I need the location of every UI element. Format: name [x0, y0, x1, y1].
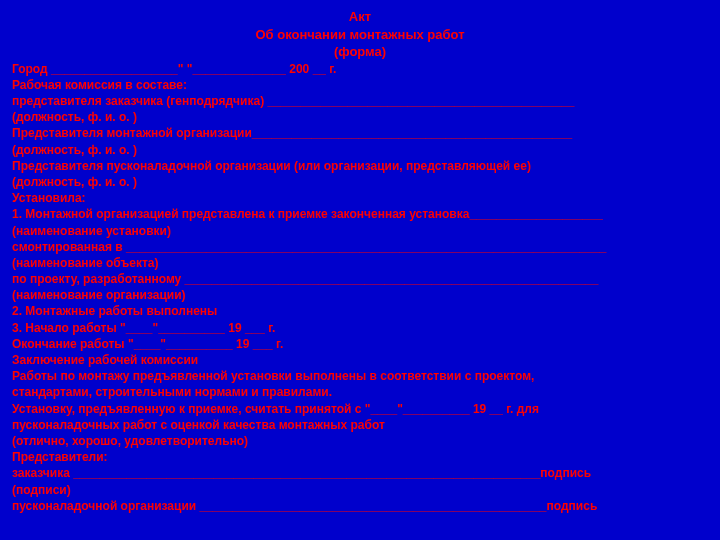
line-commission: Рабочая комиссия в составе:	[12, 77, 708, 93]
line-conclusion-head: Заключение рабочей комиссии	[12, 352, 708, 368]
line-position-3: (должность, ф. и. о. )	[12, 174, 708, 190]
line-quality: пусконаладочных работ с оценкой качества…	[12, 417, 708, 433]
title-line-1: Акт	[12, 8, 708, 26]
line-position-2: (должность, ф. и. о. )	[12, 142, 708, 158]
line-by-project: по проекту, разработанному _____________…	[12, 271, 708, 287]
line-commissioning-sign: пусконаладочной организации ____________…	[12, 498, 708, 514]
line-accepted: Установку, предъявленную к приемке, счит…	[12, 401, 708, 417]
line-conclusion-1: Работы по монтажу предъявленной установк…	[12, 368, 708, 384]
line-mounted-in: смонтированная в _______________________…	[12, 239, 708, 255]
line-reps-head: Представители:	[12, 449, 708, 465]
line-installation-name: (наименование установки)	[12, 223, 708, 239]
line-conclusion-2: стандартами, строительными нормами и пра…	[12, 384, 708, 400]
line-established: Установила:	[12, 190, 708, 206]
line-position-1: (должность, ф. и. о. )	[12, 109, 708, 125]
line-object-name: (наименование объекта)	[12, 255, 708, 271]
line-end-work: Окончание работы "____"__________ 19 ___…	[12, 336, 708, 352]
title-line-2: Об окончании монтажных работ	[12, 26, 708, 44]
line-city-date: Город ___________________" "____________…	[12, 61, 708, 77]
line-customer-rep: представителя заказчика (генподрядчика) …	[12, 93, 708, 109]
line-commissioning-rep: Представителя пусконаладочной организаци…	[12, 158, 708, 174]
line-customer-sign: заказчика ______________________________…	[12, 465, 708, 481]
line-item-1: 1. Монтажной организацией представлена к…	[12, 206, 708, 222]
line-item-3-start: 3. Начало работы "____"__________ 19 ___…	[12, 320, 708, 336]
line-signatures: (подписи)	[12, 482, 708, 498]
line-grades: (отлично, хорошо, удовлетворительно)	[12, 433, 708, 449]
document-page: Акт Об окончании монтажных работ (форма)…	[0, 0, 720, 522]
line-item-2: 2. Монтажные работы выполнены	[12, 303, 708, 319]
line-org-name: (наименование организации)	[12, 287, 708, 303]
title-line-3: (форма)	[12, 43, 708, 61]
line-install-org-rep: Представителя монтажной организации_____…	[12, 125, 708, 141]
